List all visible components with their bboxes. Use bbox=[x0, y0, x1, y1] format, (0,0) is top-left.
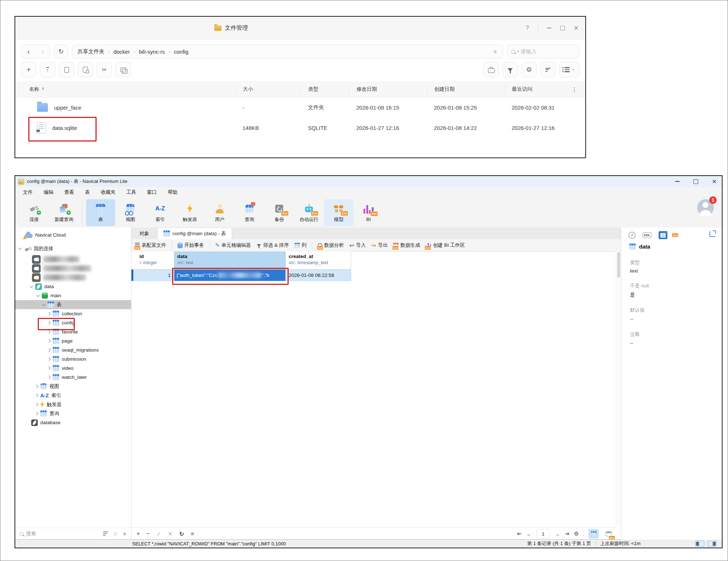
delete-record-button[interactable]: − bbox=[146, 531, 150, 537]
expand-panel-icon[interactable] bbox=[709, 231, 715, 237]
apply-button[interactable]: ✓ bbox=[156, 531, 161, 537]
refresh-button[interactable]: ↻ bbox=[54, 45, 68, 58]
tree-item-queries-group[interactable]: 查询 bbox=[15, 409, 131, 418]
close-button[interactable]: ✕ bbox=[712, 178, 717, 185]
minimize-button[interactable] bbox=[675, 181, 680, 182]
menu-table[interactable]: 表 bbox=[80, 189, 95, 196]
toggle-right-pane-button[interactable] bbox=[707, 541, 717, 547]
new-item-button[interactable]: + bbox=[21, 62, 36, 77]
chevron-right-icon[interactable] bbox=[35, 412, 38, 415]
page-number-input[interactable]: 1 bbox=[537, 529, 550, 539]
filter-sort-button[interactable]: 筛选 & 排序 bbox=[256, 242, 289, 249]
cut-button[interactable]: ✂ bbox=[97, 62, 112, 77]
info-icon[interactable]: i bbox=[629, 232, 635, 239]
sort-button[interactable] bbox=[540, 62, 556, 77]
toolbar-automation-button[interactable]: Ent 自动运行 bbox=[294, 199, 324, 226]
column-header-created[interactable]: 创建日期 bbox=[427, 86, 504, 93]
view-mode-button[interactable]: ▾ bbox=[559, 62, 579, 77]
tree-item-table-config[interactable]: config bbox=[15, 318, 131, 327]
chevron-right-icon[interactable] bbox=[35, 394, 38, 397]
create-bi-workspace-button[interactable]: Ent创建 BI 工作区 bbox=[426, 242, 465, 249]
column-header-modified[interactable]: 修改日期 bbox=[349, 86, 427, 93]
tab-objects[interactable]: 对象 bbox=[131, 228, 157, 239]
table-profile-button[interactable]: Ent表配置文件 bbox=[135, 242, 166, 249]
tree-item-connection-blurred[interactable] bbox=[15, 273, 131, 282]
chevron-right-icon[interactable] bbox=[47, 376, 51, 379]
form-view-button[interactable]: Ent bbox=[603, 529, 614, 539]
last-page-button[interactable]: ⇥ bbox=[565, 531, 569, 537]
archive-button[interactable] bbox=[484, 62, 499, 77]
duplicate-button[interactable] bbox=[115, 62, 131, 77]
tree-item-data-connection[interactable]: data bbox=[15, 282, 131, 291]
tree-item-indexes-group[interactable]: A-Z 索引 bbox=[15, 391, 131, 400]
toolbar-index-button[interactable]: A-Z 索引 bbox=[146, 199, 175, 226]
column-options-icon[interactable]: ⋮ bbox=[564, 86, 585, 93]
close-button[interactable]: ✕ bbox=[574, 24, 579, 32]
search-dropdown-icon[interactable]: ▾ bbox=[517, 50, 519, 53]
menu-window[interactable]: 窗口 bbox=[142, 189, 162, 196]
tree-item-database-connection[interactable]: database bbox=[15, 418, 131, 427]
cell-id[interactable]: 1 bbox=[131, 270, 174, 281]
stop-button[interactable]: ■ bbox=[191, 531, 194, 537]
breadcrumb-item[interactable]: config bbox=[174, 49, 188, 55]
chevron-down-icon[interactable] bbox=[42, 302, 46, 306]
menu-tools[interactable]: 工具 bbox=[121, 189, 142, 196]
data-profiling-button[interactable]: Ent数据分析 bbox=[318, 242, 344, 249]
toolbar-query-button[interactable]: 查询 bbox=[235, 199, 264, 226]
grid-row-1[interactable]: 1 {"auth_token":"Czc","b 2026-01-08 06:2… bbox=[131, 270, 351, 281]
menu-file[interactable]: 文件 bbox=[17, 189, 38, 196]
columns-button[interactable]: 列 bbox=[294, 242, 307, 249]
chevron-right-icon[interactable] bbox=[47, 312, 51, 316]
toolbar-trigger-button[interactable]: 触发器 bbox=[175, 199, 204, 226]
toolbar-user-button[interactable]: 用户 bbox=[205, 199, 234, 226]
tab-config-table[interactable]: config @main (data) - 表 bbox=[157, 228, 232, 239]
column-header-name[interactable]: 名称 ▲▼ bbox=[15, 86, 235, 93]
import-button[interactable]: ↩导入 bbox=[349, 242, 366, 249]
filter-icon[interactable] bbox=[103, 532, 108, 536]
grid-view-button[interactable] bbox=[589, 529, 599, 539]
file-row-data-sqlite[interactable]: data.sqlite 148KB SQLITE 2026-01-27 12:1… bbox=[15, 118, 585, 138]
chevron-right-icon[interactable] bbox=[47, 367, 51, 370]
tree-item-table-watch-later[interactable]: watch_later bbox=[15, 373, 131, 382]
search-input[interactable]: ▾ 请输入 bbox=[507, 45, 579, 58]
tree-item-table-submission[interactable]: submission bbox=[15, 355, 131, 364]
tree-item-tables-group[interactable]: 表 bbox=[15, 300, 131, 309]
ddl-icon[interactable]: DDL bbox=[643, 232, 651, 238]
first-page-button[interactable]: ⇤ bbox=[517, 531, 522, 537]
breadcrumb-item[interactable]: 共享文件夹 bbox=[77, 48, 105, 55]
cell-data-selected[interactable]: {"auth_token":"Czc","b bbox=[174, 270, 286, 281]
menu-favorites[interactable]: 收藏夹 bbox=[95, 189, 121, 196]
chevron-right-icon[interactable] bbox=[47, 348, 51, 352]
chevron-right-icon[interactable] bbox=[47, 357, 51, 361]
chevron-right-icon[interactable] bbox=[35, 403, 38, 406]
minimize-button[interactable] bbox=[547, 28, 552, 28]
maximize-button[interactable] bbox=[560, 26, 565, 30]
grid-column-id[interactable]: id #integer bbox=[131, 251, 174, 270]
breadcrumb[interactable]: 共享文件夹 › docker › bili-sync-rs › config ★ bbox=[72, 45, 503, 58]
copy-button[interactable] bbox=[59, 62, 74, 77]
cell-created-at[interactable]: 2026-01-08 06:22:58 bbox=[286, 270, 351, 281]
forward-button[interactable]: › bbox=[36, 45, 50, 58]
next-page-button[interactable]: → bbox=[554, 531, 560, 537]
chevron-right-icon[interactable] bbox=[47, 330, 51, 334]
tree-item-table-collection[interactable]: collection bbox=[15, 309, 131, 318]
menu-view[interactable]: 查看 bbox=[59, 189, 80, 196]
vertical-scrollbar[interactable] bbox=[616, 251, 621, 526]
chevron-down-icon[interactable] bbox=[19, 246, 22, 250]
toolbar-connection-button[interactable]: 连接 bbox=[20, 199, 49, 226]
toolbar-view-button[interactable]: 视图 bbox=[116, 199, 145, 226]
tree-item-table-video[interactable]: video bbox=[15, 364, 131, 373]
breadcrumb-item[interactable]: docker bbox=[114, 49, 130, 55]
discard-button[interactable]: ✕ bbox=[168, 531, 172, 537]
chevron-down-icon[interactable] bbox=[36, 293, 40, 297]
tree-item-connection-blurred[interactable] bbox=[15, 264, 131, 273]
paste-button[interactable] bbox=[78, 62, 93, 77]
add-record-button[interactable]: + bbox=[137, 531, 140, 537]
export-button[interactable]: ↪导出 bbox=[371, 242, 388, 249]
filter-button[interactable] bbox=[503, 62, 518, 77]
sidebar-search[interactable]: 搜索 ☆ ✕ bbox=[15, 528, 131, 540]
toolbar-backup-button[interactable]: Ent 备份 bbox=[265, 199, 294, 226]
tree-item-views-group[interactable]: 视图 bbox=[15, 382, 131, 391]
chevron-right-icon[interactable] bbox=[35, 385, 38, 388]
page-settings-button[interactable]: ⚙ bbox=[574, 531, 579, 537]
